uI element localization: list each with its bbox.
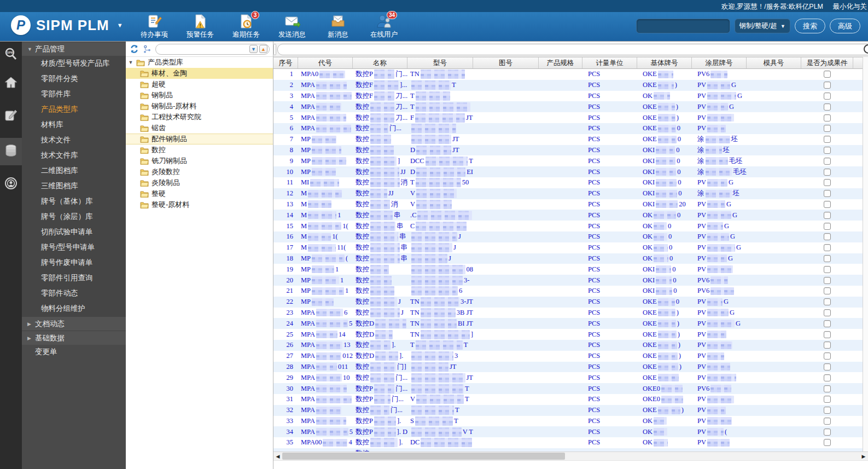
table-row[interactable]: 19MP1数控08PCSOKI0PV — [273, 264, 868, 275]
window-controls-link[interactable]: 最小化与关 — [833, 3, 867, 10]
result-checkbox[interactable] — [824, 82, 831, 89]
result-checkbox[interactable] — [824, 244, 831, 251]
result-checkbox[interactable] — [824, 71, 831, 78]
result-checkbox[interactable] — [824, 374, 831, 381]
result-checkbox[interactable] — [824, 125, 831, 132]
result-checkbox[interactable] — [824, 179, 831, 186]
result-checkbox[interactable] — [824, 190, 831, 197]
table-row[interactable]: 10MP数控JJDEIPCSOKI0涂毛坯 — [273, 166, 868, 177]
result-checkbox[interactable] — [824, 439, 831, 446]
tree-node-炎陵数控[interactable]: 炎陵数控 — [126, 166, 273, 177]
table-row[interactable]: 15M1(数控串CPCSOK0PVG — [273, 221, 868, 231]
result-checkbox[interactable] — [824, 103, 831, 111]
column-header-涂层牌号[interactable]: 涂层牌号 — [692, 57, 747, 68]
table-row[interactable]: 16M1(数控串JPCSOK0PVG — [273, 231, 868, 242]
table-row[interactable]: 35MPA004数控].DCPCSOKPV — [273, 437, 868, 448]
menu-group-文档动态[interactable]: ▶文档动态 — [22, 316, 126, 331]
sidebar-item-变更单[interactable]: 变更单 — [22, 345, 126, 359]
table-row[interactable]: 6MPA数控门...PCSOKE0PV — [273, 123, 868, 134]
advanced-search-button[interactable]: 高级 — [830, 19, 860, 33]
logo-chevron-down-icon[interactable]: ▼ — [117, 22, 123, 28]
table-row[interactable]: 12M数控JJVPCSOKI0涂坯 — [273, 188, 868, 199]
result-checkbox[interactable] — [824, 147, 831, 154]
tree-node-锯齿[interactable]: 锯齿 — [126, 123, 273, 134]
column-header-模具号[interactable]: 模具号 — [747, 57, 801, 68]
result-checkbox[interactable] — [824, 266, 831, 273]
tree-root-产品类型库[interactable]: ▼产品类型库 — [126, 57, 273, 68]
result-checkbox[interactable] — [824, 277, 831, 284]
table-row[interactable]: 8MP数控DJTPCSOKI0涂坯 — [273, 145, 868, 156]
result-checkbox[interactable] — [824, 429, 831, 436]
tree-node-数控[interactable]: 数控 — [126, 144, 273, 155]
column-header-图号[interactable]: 图号 — [473, 57, 539, 68]
table-row[interactable]: 1MPA0数控P门...TNPCSOKEPV6 — [273, 69, 868, 80]
table-row[interactable]: 14M1数控串.CPCSOK0PVG — [273, 210, 868, 221]
sidebar-item-零部件动态[interactable]: 零部件动态 — [22, 286, 126, 301]
result-checkbox[interactable] — [824, 396, 831, 403]
rail-support-button[interactable] — [0, 171, 22, 198]
table-row[interactable]: 18MP(数控串JPCSOK0PVG — [273, 253, 868, 264]
tree-node-整硬[interactable]: 整硬 — [126, 188, 273, 199]
scroll-right-arrow-icon[interactable]: ▶ — [859, 452, 868, 461]
result-checkbox[interactable] — [824, 331, 831, 338]
result-checkbox[interactable] — [824, 287, 831, 294]
result-checkbox[interactable] — [824, 212, 831, 219]
table-row[interactable]: 31MPA数控P门...VTPCSOKE0PV — [273, 394, 868, 405]
table-row[interactable]: 11MI数控消T50PCSOKI0PVG — [273, 177, 868, 188]
table-row[interactable]: 4MPA数控刀...TPCSOKE)PVG — [273, 101, 868, 112]
sidebar-item-材质/型号研发产品库[interactable]: 材质/型号研发产品库 — [22, 56, 126, 71]
result-checkbox[interactable] — [824, 233, 831, 240]
search-down-button[interactable]: ▼ — [249, 45, 258, 53]
table-row[interactable]: 33MPA数控P].STPCSOKPV — [273, 416, 868, 427]
result-checkbox[interactable] — [824, 298, 831, 305]
sidebar-item-三维图档库[interactable]: 三维图档库 — [22, 178, 126, 194]
sidebar-item-牌号（基体）库[interactable]: 牌号（基体）库 — [22, 194, 126, 209]
sidebar-item-切削试验申请单[interactable]: 切削试验申请单 — [22, 224, 126, 240]
column-header-基体牌号[interactable]: 基体牌号 — [637, 57, 692, 68]
toolbar-online-users-button[interactable]: 在线用户34 — [361, 12, 407, 42]
table-row[interactable]: 9MP数控]DCCTPCSOKI0涂毛坯 — [273, 155, 868, 166]
result-checkbox[interactable] — [824, 385, 831, 392]
table-row[interactable]: 13M数控消VPCSOKI20PVG — [273, 199, 868, 210]
table-row[interactable]: 5MPA数控刀...FJTPCSOKE)PV — [273, 112, 868, 123]
result-checkbox[interactable] — [824, 201, 831, 208]
table-row[interactable]: 21MP1数控6PCSOKI0PV6 — [273, 286, 868, 297]
table-row[interactable]: 29MPA10数控门...JTPCSOKEPV — [273, 372, 868, 383]
horizontal-scrollbar[interactable]: ◀ ▶ — [273, 451, 868, 460]
vertical-scrollbar-track[interactable] — [863, 57, 868, 451]
result-checkbox[interactable] — [824, 136, 831, 143]
result-checkbox[interactable] — [824, 341, 831, 349]
sidebar-item-物料分组维护[interactable]: 物料分组维护 — [22, 301, 126, 316]
column-header-产品规格[interactable]: 产品规格 — [539, 57, 582, 68]
table-row[interactable]: 34MPA5数控P]. DV TPCSOKPV( — [273, 426, 868, 437]
table-row[interactable]: 25MPA14数控DTN]PCSOKE)PV — [273, 329, 868, 340]
sidebar-item-产品类型库[interactable]: 产品类型库 — [22, 102, 126, 117]
refresh-icon[interactable] — [129, 44, 139, 54]
table-row[interactable]: 28MPA011数控门]JTPCSOKE)PV — [273, 362, 868, 373]
sidebar-item-零部件分类[interactable]: 零部件分类 — [22, 71, 126, 86]
tree-node-铣刀钢制品[interactable]: 铣刀钢制品 — [126, 155, 273, 166]
result-checkbox[interactable] — [824, 158, 831, 165]
sidebar-item-技术文件库[interactable]: 技术文件库 — [22, 148, 126, 163]
tree-search-input[interactable]: ▼ ▲ — [155, 44, 270, 55]
result-checkbox[interactable] — [824, 169, 831, 176]
result-checkbox[interactable] — [824, 92, 831, 100]
table-row[interactable]: 24MPA5数控DTNBI JTPCSOKE)PVG — [273, 318, 868, 329]
tree-node-配件钢制品[interactable]: 配件钢制品 — [126, 134, 273, 144]
sidebar-item-技术文件[interactable]: 技术文件 — [22, 132, 126, 148]
sidebar-item-零部件引用查询[interactable]: 零部件引用查询 — [22, 270, 126, 286]
toolbar-send-mail-button[interactable]: 发送消息 — [269, 12, 315, 42]
column-header-代号[interactable]: 代号 — [298, 57, 353, 68]
sidebar-item-材料库[interactable]: 材料库 — [22, 117, 126, 132]
rail-edit-button[interactable] — [0, 103, 22, 130]
horizontal-scrollbar-thumb[interactable] — [282, 453, 565, 460]
column-header-序号[interactable]: 序号 — [273, 57, 298, 68]
table-row[interactable]: 27MPA012数控D].3PCSOKE)PV — [273, 351, 868, 362]
rail-home-button[interactable] — [0, 70, 22, 97]
sidebar-item-二维图档库[interactable]: 二维图档库 — [22, 163, 126, 178]
tree-expand-icon[interactable]: ▼ — [128, 60, 133, 65]
table-row[interactable]: 2MPA数控F]...TPCSOKE)PVG — [273, 80, 868, 91]
global-search-input[interactable] — [636, 19, 730, 33]
table-row[interactable]: 26MPA13数控].TTPCSOKE)PV — [273, 340, 868, 351]
sidebar-item-牌号作废申请单[interactable]: 牌号作废申请单 — [22, 255, 126, 270]
